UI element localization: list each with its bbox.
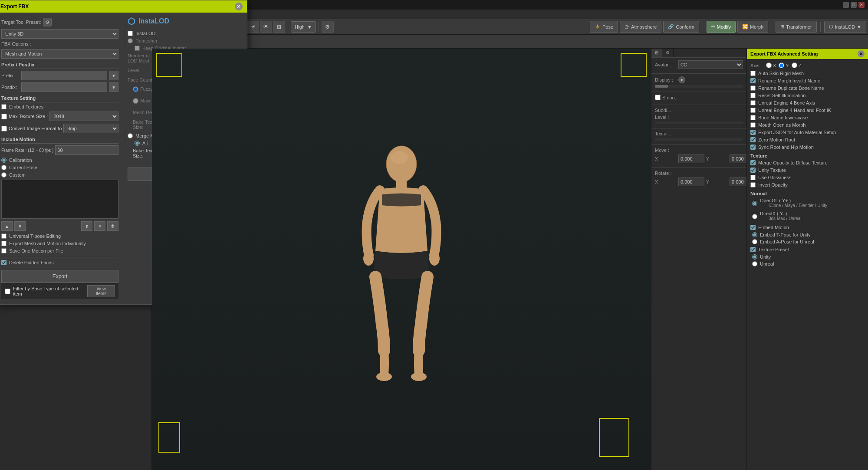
pose-mode-button[interactable]: 🧍 Pose (590, 21, 618, 33)
atmosphere-mode-button[interactable]: 🌫 Atmosphere (620, 21, 661, 33)
remesher-section: Remesher Keep Original Avatar Number of … (128, 49, 152, 130)
rename-morph-row: Rename Morph Invalid Name (750, 78, 865, 83)
motion-remove-button[interactable]: ✕ (94, 221, 105, 231)
subdivide-section: Subdi... Level : (651, 105, 746, 128)
view-button[interactable]: 👁 (260, 21, 272, 33)
custom-label: Custom (9, 172, 26, 177)
sync-hip-checkbox[interactable] (750, 145, 756, 150)
current-pose-label: Current Pose (9, 165, 37, 170)
instalod-button[interactable]: ⬡ InstaLOD ▼ (824, 21, 866, 33)
prefix-dropdown-button[interactable]: ▼ (109, 71, 118, 80)
normal-section-title: Normal (750, 191, 865, 196)
export-button[interactable]: Export (1, 270, 118, 283)
embed-motion-checkbox[interactable] (750, 225, 756, 230)
display-scrollbar[interactable] (655, 85, 743, 88)
calibration-radio[interactable] (1, 158, 7, 163)
unity-preset-radio[interactable] (752, 254, 757, 260)
texture-preset-checkbox[interactable] (750, 247, 756, 252)
mesh-details-label: Mesh Details: (133, 110, 152, 115)
light-button[interactable]: ☀ (247, 21, 259, 33)
postfix-input[interactable] (21, 82, 107, 92)
save-one-motion-checkbox[interactable] (1, 248, 7, 253)
postfix-dropdown-button[interactable]: ▼ (109, 82, 118, 92)
minimize-button[interactable]: ─ (843, 2, 849, 8)
merge-all-radio[interactable] (135, 141, 140, 146)
grid-button[interactable]: ⊞ (273, 21, 285, 33)
current-pose-radio[interactable] (1, 165, 7, 170)
close-button[interactable]: ✕ (858, 2, 865, 8)
zero-motion-checkbox[interactable] (750, 137, 756, 142)
axis-z-radio[interactable] (792, 62, 797, 68)
motion-import-button[interactable]: ⬆ (81, 221, 92, 231)
y-input[interactable] (730, 154, 746, 163)
modify-icon: ✏ (711, 24, 715, 30)
modify-mode-button[interactable]: ✏ Modify (707, 21, 736, 33)
directx-radio[interactable] (752, 214, 757, 219)
mouth-morph-checkbox[interactable] (750, 122, 756, 128)
settings-button[interactable]: ⚙ (322, 21, 334, 33)
custom-radio[interactable] (1, 172, 7, 177)
opengl-radio[interactable] (752, 201, 757, 206)
include-motion-header: Include Motion (1, 137, 118, 144)
avatar-select[interactable]: CC (678, 60, 743, 69)
conform-mode-button[interactable]: 🔗 Conform (663, 21, 699, 33)
embed-textures-checkbox[interactable] (1, 104, 7, 109)
prefix-input[interactable] (21, 71, 107, 80)
ry-input[interactable] (730, 177, 746, 186)
motion-clear-button[interactable]: 🗑 (107, 221, 118, 231)
reset-illum-checkbox[interactable] (750, 93, 756, 98)
fuzzy-target-radio[interactable] (133, 86, 138, 92)
ue4-hand-checkbox[interactable] (750, 108, 756, 113)
texturize-scrollbar[interactable] (655, 138, 743, 141)
maximize-button[interactable]: □ (851, 2, 857, 8)
universal-tpose-checkbox[interactable] (1, 233, 7, 239)
view-items-button[interactable]: View Items (87, 285, 115, 297)
export-json-checkbox[interactable] (750, 130, 756, 135)
export-mesh-motion-checkbox[interactable] (1, 241, 7, 246)
delete-hidden-faces-checkbox[interactable] (1, 260, 7, 265)
embed-apose-radio[interactable] (752, 239, 757, 244)
smooth-checkbox[interactable] (655, 95, 661, 100)
display-toggle[interactable]: ● (678, 76, 685, 83)
fbx-options-select[interactable]: Mesh and Motion (1, 49, 118, 59)
axis-y-radio[interactable] (779, 62, 784, 68)
cancel-button[interactable]: Cancel (128, 168, 152, 181)
keep-avatar-checkbox[interactable] (135, 49, 140, 51)
invert-opacity-checkbox[interactable] (750, 182, 756, 187)
texture-setting-header: Texture Setting (1, 95, 118, 102)
convert-image-select[interactable]: 8mp (63, 124, 118, 133)
viewport[interactable] (152, 49, 651, 470)
convert-image-checkbox[interactable] (1, 126, 7, 131)
rename-morph-label: Rename Morph Invalid Name (758, 78, 820, 83)
axis-y-label: Y (786, 63, 789, 68)
use-glossiness-checkbox[interactable] (750, 175, 756, 180)
filter-checkbox[interactable] (5, 289, 10, 294)
rename-morph-checkbox[interactable] (750, 78, 756, 83)
ue4-bone-checkbox[interactable] (750, 100, 756, 105)
merge-opacity-checkbox[interactable] (750, 160, 756, 165)
bone-lower-checkbox[interactable] (750, 115, 756, 120)
auto-skin-checkbox[interactable] (750, 71, 756, 76)
morph-mode-button[interactable]: 🔀 Morph (737, 21, 768, 33)
texturize-label: Textur... (655, 131, 677, 136)
motion-up-button[interactable]: ▲ (1, 221, 13, 231)
max-face-radio[interactable] (133, 98, 138, 104)
unity-texture-checkbox[interactable] (750, 168, 756, 173)
rx-input[interactable] (678, 177, 704, 186)
transformer-button[interactable]: ⊞ Transformer (776, 21, 817, 33)
rename-bone-checkbox[interactable] (750, 85, 756, 91)
quality-dropdown[interactable]: High ▼ (291, 21, 316, 33)
x-input[interactable] (678, 154, 704, 163)
max-texture-select[interactable]: 2048 (49, 112, 118, 121)
subdivide-scrollbar[interactable] (655, 122, 743, 124)
motion-down-button[interactable]: ▼ (14, 221, 26, 231)
embed-tpose-radio[interactable] (752, 232, 757, 237)
merge-material-radio[interactable] (128, 133, 133, 138)
right-tab-props[interactable]: ⚙ (662, 49, 674, 57)
axis-x-radio[interactable] (766, 62, 772, 68)
max-texture-checkbox[interactable] (1, 114, 7, 119)
right-tab-scene[interactable]: ⊞ (651, 49, 662, 57)
frame-rate-input[interactable] (55, 145, 118, 155)
frp-close[interactable]: ✕ (858, 50, 865, 57)
unreal-preset-radio[interactable] (752, 261, 757, 266)
